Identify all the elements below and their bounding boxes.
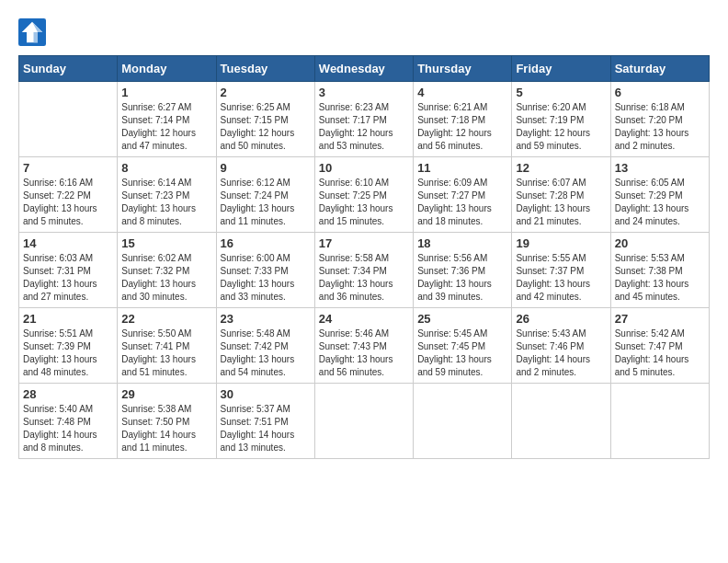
day-number: 19 bbox=[516, 236, 606, 250]
day-number: 11 bbox=[417, 161, 507, 175]
day-number: 12 bbox=[516, 161, 606, 175]
day-info: Sunrise: 5:46 AM Sunset: 7:43 PM Dayligh… bbox=[319, 327, 409, 379]
day-info: Sunrise: 6:02 AM Sunset: 7:32 PM Dayligh… bbox=[121, 252, 211, 304]
day-number: 2 bbox=[221, 86, 311, 99]
day-number: 16 bbox=[221, 236, 311, 250]
calendar-cell: 23Sunrise: 5:48 AM Sunset: 7:42 PM Dayli… bbox=[216, 308, 314, 384]
day-info: Sunrise: 6:21 AM Sunset: 7:18 PM Dayligh… bbox=[417, 101, 507, 153]
calendar-week-row: 14Sunrise: 6:03 AM Sunset: 7:31 PM Dayli… bbox=[19, 233, 710, 308]
calendar-cell: 16Sunrise: 6:00 AM Sunset: 7:33 PM Dayli… bbox=[216, 233, 314, 308]
calendar-cell: 24Sunrise: 5:46 AM Sunset: 7:43 PM Dayli… bbox=[314, 308, 413, 384]
calendar-cell: 20Sunrise: 5:53 AM Sunset: 7:38 PM Dayli… bbox=[610, 233, 709, 308]
logo bbox=[18, 18, 50, 46]
day-info: Sunrise: 5:43 AM Sunset: 7:46 PM Dayligh… bbox=[516, 327, 606, 379]
day-info: Sunrise: 5:55 AM Sunset: 7:37 PM Dayligh… bbox=[516, 252, 606, 304]
day-number: 7 bbox=[23, 161, 113, 175]
calendar-cell: 12Sunrise: 6:07 AM Sunset: 7:28 PM Dayli… bbox=[512, 157, 610, 233]
day-number: 28 bbox=[23, 387, 113, 401]
weekday-header: Thursday bbox=[414, 56, 512, 82]
calendar-cell bbox=[314, 384, 413, 459]
calendar-table: SundayMondayTuesdayWednesdayThursdayFrid… bbox=[18, 55, 710, 459]
day-info: Sunrise: 5:37 AM Sunset: 7:51 PM Dayligh… bbox=[221, 403, 311, 454]
calendar-cell: 8Sunrise: 6:14 AM Sunset: 7:23 PM Daylig… bbox=[118, 157, 216, 233]
weekday-header: Monday bbox=[118, 56, 216, 82]
logo-icon bbox=[18, 18, 46, 46]
day-info: Sunrise: 6:27 AM Sunset: 7:14 PM Dayligh… bbox=[121, 101, 211, 153]
calendar-cell: 13Sunrise: 6:05 AM Sunset: 7:29 PM Dayli… bbox=[610, 157, 709, 233]
day-number: 3 bbox=[319, 86, 409, 99]
calendar-cell bbox=[414, 384, 512, 459]
day-info: Sunrise: 5:38 AM Sunset: 7:50 PM Dayligh… bbox=[121, 403, 211, 454]
day-number: 15 bbox=[121, 236, 211, 250]
day-number: 17 bbox=[319, 236, 409, 250]
day-info: Sunrise: 6:25 AM Sunset: 7:15 PM Dayligh… bbox=[221, 101, 311, 153]
day-info: Sunrise: 6:12 AM Sunset: 7:24 PM Dayligh… bbox=[221, 177, 311, 228]
day-number: 22 bbox=[121, 312, 211, 326]
day-number: 14 bbox=[23, 236, 113, 250]
day-info: Sunrise: 6:23 AM Sunset: 7:17 PM Dayligh… bbox=[319, 101, 409, 153]
calendar-cell bbox=[512, 384, 610, 459]
calendar-cell: 3Sunrise: 6:23 AM Sunset: 7:17 PM Daylig… bbox=[314, 82, 413, 157]
calendar-cell: 2Sunrise: 6:25 AM Sunset: 7:15 PM Daylig… bbox=[216, 82, 314, 157]
day-number: 9 bbox=[221, 161, 311, 175]
calendar-cell bbox=[19, 82, 118, 157]
calendar-cell: 18Sunrise: 5:56 AM Sunset: 7:36 PM Dayli… bbox=[414, 233, 512, 308]
day-number: 26 bbox=[516, 312, 606, 326]
day-number: 27 bbox=[615, 312, 705, 326]
day-number: 13 bbox=[615, 161, 705, 175]
calendar-week-row: 28Sunrise: 5:40 AM Sunset: 7:48 PM Dayli… bbox=[19, 384, 710, 459]
day-number: 23 bbox=[221, 312, 311, 326]
day-number: 1 bbox=[121, 86, 211, 99]
calendar-cell: 19Sunrise: 5:55 AM Sunset: 7:37 PM Dayli… bbox=[512, 233, 610, 308]
day-number: 20 bbox=[615, 236, 705, 250]
calendar-cell: 15Sunrise: 6:02 AM Sunset: 7:32 PM Dayli… bbox=[118, 233, 216, 308]
calendar-cell: 30Sunrise: 5:37 AM Sunset: 7:51 PM Dayli… bbox=[216, 384, 314, 459]
day-info: Sunrise: 5:48 AM Sunset: 7:42 PM Dayligh… bbox=[221, 327, 311, 379]
day-info: Sunrise: 5:50 AM Sunset: 7:41 PM Dayligh… bbox=[121, 327, 211, 379]
weekday-header: Sunday bbox=[19, 56, 118, 82]
calendar-cell: 1Sunrise: 6:27 AM Sunset: 7:14 PM Daylig… bbox=[118, 82, 216, 157]
calendar-cell: 29Sunrise: 5:38 AM Sunset: 7:50 PM Dayli… bbox=[118, 384, 216, 459]
day-info: Sunrise: 6:05 AM Sunset: 7:29 PM Dayligh… bbox=[615, 177, 705, 228]
calendar-cell: 28Sunrise: 5:40 AM Sunset: 7:48 PM Dayli… bbox=[19, 384, 118, 459]
day-number: 25 bbox=[417, 312, 507, 326]
weekday-header: Friday bbox=[512, 56, 610, 82]
calendar-cell: 26Sunrise: 5:43 AM Sunset: 7:46 PM Dayli… bbox=[512, 308, 610, 384]
weekday-header: Wednesday bbox=[314, 56, 413, 82]
day-number: 30 bbox=[221, 387, 311, 401]
day-info: Sunrise: 5:56 AM Sunset: 7:36 PM Dayligh… bbox=[417, 252, 507, 304]
weekday-header: Tuesday bbox=[216, 56, 314, 82]
day-info: Sunrise: 6:07 AM Sunset: 7:28 PM Dayligh… bbox=[516, 177, 606, 228]
day-info: Sunrise: 5:42 AM Sunset: 7:47 PM Dayligh… bbox=[615, 327, 705, 379]
calendar-cell: 11Sunrise: 6:09 AM Sunset: 7:27 PM Dayli… bbox=[414, 157, 512, 233]
calendar-cell bbox=[610, 384, 709, 459]
day-info: Sunrise: 5:51 AM Sunset: 7:39 PM Dayligh… bbox=[23, 327, 113, 379]
day-number: 5 bbox=[516, 86, 606, 99]
calendar-cell: 17Sunrise: 5:58 AM Sunset: 7:34 PM Dayli… bbox=[314, 233, 413, 308]
day-number: 8 bbox=[121, 161, 211, 175]
day-info: Sunrise: 6:00 AM Sunset: 7:33 PM Dayligh… bbox=[221, 252, 311, 304]
day-number: 10 bbox=[319, 161, 409, 175]
calendar-cell: 6Sunrise: 6:18 AM Sunset: 7:20 PM Daylig… bbox=[610, 82, 709, 157]
day-info: Sunrise: 5:53 AM Sunset: 7:38 PM Dayligh… bbox=[615, 252, 705, 304]
calendar-cell: 22Sunrise: 5:50 AM Sunset: 7:41 PM Dayli… bbox=[118, 308, 216, 384]
calendar-cell: 5Sunrise: 6:20 AM Sunset: 7:19 PM Daylig… bbox=[512, 82, 610, 157]
day-info: Sunrise: 6:09 AM Sunset: 7:27 PM Dayligh… bbox=[417, 177, 507, 228]
weekday-header-row: SundayMondayTuesdayWednesdayThursdayFrid… bbox=[19, 56, 710, 82]
day-number: 6 bbox=[615, 86, 705, 99]
calendar-cell: 4Sunrise: 6:21 AM Sunset: 7:18 PM Daylig… bbox=[414, 82, 512, 157]
weekday-header: Saturday bbox=[610, 56, 709, 82]
day-info: Sunrise: 5:45 AM Sunset: 7:45 PM Dayligh… bbox=[417, 327, 507, 379]
day-number: 18 bbox=[417, 236, 507, 250]
day-number: 4 bbox=[417, 86, 507, 99]
day-info: Sunrise: 6:03 AM Sunset: 7:31 PM Dayligh… bbox=[23, 252, 113, 304]
page-header bbox=[18, 18, 710, 46]
day-info: Sunrise: 5:40 AM Sunset: 7:48 PM Dayligh… bbox=[23, 403, 113, 454]
calendar-cell: 21Sunrise: 5:51 AM Sunset: 7:39 PM Dayli… bbox=[19, 308, 118, 384]
calendar-cell: 25Sunrise: 5:45 AM Sunset: 7:45 PM Dayli… bbox=[414, 308, 512, 384]
day-info: Sunrise: 6:10 AM Sunset: 7:25 PM Dayligh… bbox=[319, 177, 409, 228]
day-info: Sunrise: 6:16 AM Sunset: 7:22 PM Dayligh… bbox=[23, 177, 113, 228]
calendar-cell: 9Sunrise: 6:12 AM Sunset: 7:24 PM Daylig… bbox=[216, 157, 314, 233]
calendar-cell: 10Sunrise: 6:10 AM Sunset: 7:25 PM Dayli… bbox=[314, 157, 413, 233]
day-info: Sunrise: 5:58 AM Sunset: 7:34 PM Dayligh… bbox=[319, 252, 409, 304]
